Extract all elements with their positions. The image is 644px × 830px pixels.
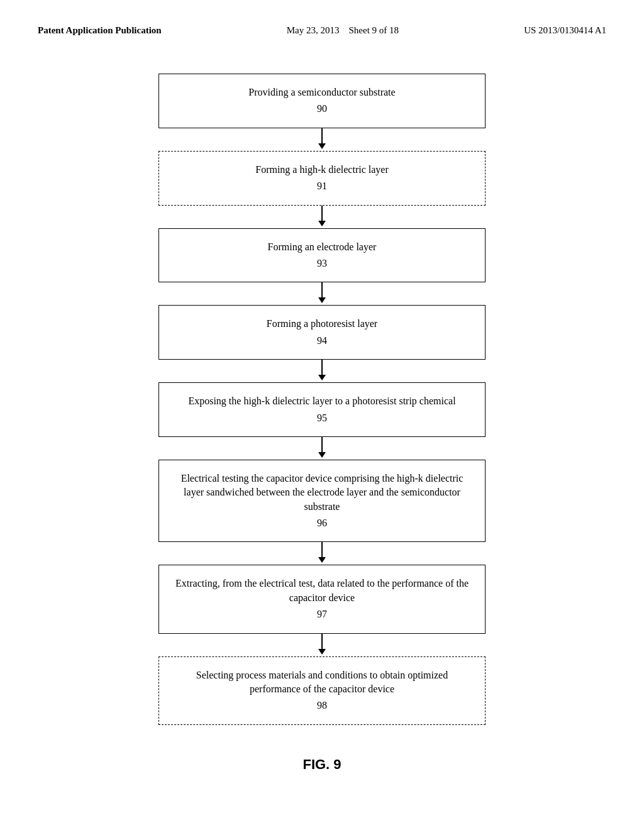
header: Patent Application Publication May 23, 2…	[38, 25, 606, 36]
step-94-number: 94	[172, 334, 472, 348]
sheet-info: Sheet 9 of 18	[349, 25, 399, 35]
publication-date: May 23, 2013	[287, 25, 340, 35]
step-90-box: Providing a semiconductor substrate 90	[158, 74, 486, 128]
arrow-head	[318, 221, 326, 226]
arrow-91-93	[318, 206, 326, 228]
publication-label: Patent Application Publication	[38, 25, 162, 35]
step-93-text: Forming an electrode layer	[268, 241, 377, 252]
step-94-text: Forming a photoresist layer	[267, 318, 377, 329]
step-97-number: 97	[172, 607, 472, 621]
step-97-box: Extracting, from the electrical test, da…	[158, 565, 486, 633]
step-93-number: 93	[172, 257, 472, 270]
arrow-head	[318, 557, 326, 563]
step-98-text: Selecting process materials and conditio…	[196, 670, 448, 694]
arrow-line	[321, 282, 323, 297]
figure-label: FIG. 9	[38, 756, 606, 773]
step-90-number: 90	[172, 102, 472, 116]
step-98-number: 98	[172, 699, 472, 712]
step-95-text: Exposing the high-k dielectric layer to …	[188, 396, 455, 406]
step-91-text: Forming a high-k dielectric layer	[255, 164, 388, 175]
arrow-line	[321, 206, 323, 221]
arrow-94-95	[318, 360, 326, 382]
step-96-number: 96	[172, 516, 472, 530]
arrow-head	[318, 649, 326, 655]
arrow-97-98	[318, 634, 326, 656]
step-90-text: Providing a semiconductor substrate	[248, 87, 395, 97]
step-91-box: Forming a high-k dielectric layer 91	[158, 151, 486, 206]
header-right: US 2013/0130414 A1	[524, 25, 606, 36]
header-center: May 23, 2013 Sheet 9 of 18	[287, 25, 399, 36]
arrow-head	[318, 297, 326, 303]
arrow-line	[321, 437, 323, 452]
figure-label-text: FIG. 9	[303, 756, 341, 772]
arrow-96-97	[318, 542, 326, 565]
arrow-line	[321, 542, 323, 557]
arrow-line	[321, 634, 323, 649]
flowchart: Providing a semiconductor substrate 90 F…	[38, 67, 606, 731]
page: Patent Application Publication May 23, 2…	[0, 0, 644, 830]
arrow-90-91	[318, 128, 326, 151]
arrow-head	[318, 143, 326, 149]
step-97-text: Extracting, from the electrical test, da…	[175, 578, 469, 602]
step-96-text: Electrical testing the capacitor device …	[181, 473, 464, 512]
header-left: Patent Application Publication	[38, 25, 162, 36]
step-93-box: Forming an electrode layer 93	[158, 228, 486, 283]
step-95-number: 95	[172, 411, 472, 425]
arrow-line	[321, 360, 323, 375]
step-91-number: 91	[172, 179, 472, 193]
step-94-box: Forming a photoresist layer 94	[158, 305, 486, 360]
arrow-line	[321, 128, 323, 143]
patent-number: US 2013/0130414 A1	[524, 25, 606, 35]
step-98-box: Selecting process materials and conditio…	[158, 656, 486, 725]
arrow-head	[318, 375, 326, 380]
step-95-box: Exposing the high-k dielectric layer to …	[158, 382, 486, 437]
step-96-box: Electrical testing the capacitor device …	[158, 460, 486, 543]
arrow-95-96	[318, 437, 326, 460]
arrow-93-94	[318, 282, 326, 305]
arrow-head	[318, 452, 326, 458]
